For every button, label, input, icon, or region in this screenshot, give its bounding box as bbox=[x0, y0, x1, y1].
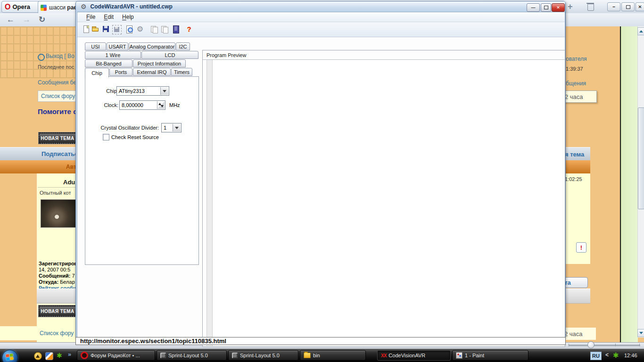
window-titlebar[interactable]: ⚙ CodeWizardAVR - untitled.cwp — ✕ bbox=[76, 1, 565, 12]
forward-icon[interactable]: → bbox=[23, 13, 31, 26]
divider bbox=[38, 187, 77, 188]
scroll-up-icon bbox=[639, 30, 643, 33]
tab-1wire[interactable]: 1 Wire bbox=[85, 51, 141, 59]
open-icon[interactable] bbox=[91, 25, 100, 33]
minimize-button[interactable]: — bbox=[527, 3, 540, 12]
back-icon[interactable]: ← bbox=[7, 13, 15, 26]
reset-source-label: Check Reset Source bbox=[111, 134, 159, 140]
taskbar-button-codevision[interactable]: XX CodeVisionAVR bbox=[377, 350, 451, 361]
tab-i2c[interactable]: I2C bbox=[176, 42, 190, 50]
new-tab-button[interactable]: + bbox=[568, 2, 573, 12]
scrollbar-thumb[interactable] bbox=[638, 107, 644, 209]
logout-icon bbox=[38, 54, 45, 61]
tab-external-irq[interactable]: External IRQ bbox=[133, 68, 171, 76]
codewizard-window: ⚙ CodeWizardAVR - untitled.cwp — ✕ File … bbox=[75, 1, 566, 337]
close-button[interactable]: ✕ bbox=[552, 3, 565, 12]
author-header-band: Авт bbox=[0, 160, 78, 173]
divider-dropdown-button[interactable] bbox=[173, 124, 181, 132]
forum-list-link-bottom[interactable]: Список фору bbox=[40, 330, 74, 337]
tab-usart[interactable]: USART bbox=[107, 42, 128, 50]
tab-timers[interactable]: Timers bbox=[171, 68, 192, 76]
trash-icon[interactable] bbox=[587, 4, 594, 11]
preview-icon[interactable] bbox=[125, 25, 134, 33]
preview-gutter[interactable] bbox=[206, 60, 213, 346]
notes-icon[interactable] bbox=[172, 25, 180, 33]
browser-minimize-button[interactable]: – bbox=[607, 2, 620, 11]
opera-menu-button[interactable]: O Opera bbox=[1, 1, 42, 13]
chip-combobox[interactable]: ATtiny2313 bbox=[116, 86, 169, 96]
tab-usi[interactable]: USI bbox=[85, 42, 106, 50]
tab-project-information[interactable]: Project Information bbox=[133, 59, 186, 67]
circuit-pattern-decoration bbox=[0, 26, 80, 78]
reset-source-checkbox[interactable] bbox=[103, 134, 109, 140]
menu-file[interactable]: File bbox=[83, 13, 99, 21]
chip-dropdown-button[interactable] bbox=[160, 87, 168, 95]
language-indicator[interactable]: RU bbox=[590, 352, 602, 360]
clock-value: 8,000000 bbox=[122, 102, 143, 108]
taskbar-button-paint[interactable]: 1 - Paint bbox=[452, 350, 528, 361]
tray-collapse-chevron[interactable]: < bbox=[605, 352, 609, 358]
opera-menu-label: Opera bbox=[12, 3, 30, 10]
save-icon[interactable] bbox=[102, 25, 110, 33]
tab-row-1: USI USART Analog Comparator I2C bbox=[85, 42, 190, 50]
taskbar-button-sprint2[interactable]: Sprint-Layout 5.0 bbox=[228, 350, 298, 361]
zoom-slider-knob[interactable] bbox=[587, 341, 594, 348]
topic-band-tail: я тема bbox=[565, 151, 584, 158]
opera-task-icon bbox=[81, 352, 88, 359]
browser-close-button[interactable]: ✕ bbox=[636, 2, 644, 11]
scrollbar-down-button[interactable] bbox=[637, 329, 644, 337]
menu-edit[interactable]: Edit bbox=[100, 13, 117, 21]
windows-logo-icon bbox=[6, 354, 14, 361]
save-as-icon[interactable] bbox=[112, 25, 122, 34]
quicklaunch-swoosh-icon[interactable] bbox=[45, 352, 53, 360]
divider-combobox[interactable]: 1 bbox=[161, 123, 182, 132]
folder-icon bbox=[304, 353, 311, 358]
reload-icon[interactable]: ↻ bbox=[39, 13, 45, 26]
paste-icon[interactable] bbox=[160, 25, 169, 33]
start-button[interactable] bbox=[2, 350, 18, 362]
copy-icon[interactable] bbox=[150, 25, 158, 33]
new-topic-button-top[interactable]: НОВАЯ ТЕМА bbox=[39, 132, 76, 144]
quicklaunch-icq-icon[interactable]: ✱ bbox=[57, 352, 64, 359]
taskbar-button-sprint1[interactable]: Sprint-Layout 5.0 bbox=[157, 350, 227, 361]
profile-link-tail[interactable]: ователя bbox=[566, 56, 586, 62]
tab-analog-comparator[interactable]: Analog Comparator bbox=[129, 42, 175, 50]
taskbar-button-bin[interactable]: bin bbox=[300, 350, 366, 361]
tab-lcd[interactable]: LCD bbox=[141, 51, 198, 59]
breadcrumb: Список фору bbox=[38, 90, 79, 102]
new-topic-button-bottom[interactable]: НОВАЯ ТЕМА bbox=[39, 305, 76, 317]
sprint-task-icon bbox=[160, 353, 166, 358]
divider-label: Crystal Oscillator Divider: bbox=[89, 125, 159, 131]
menu-help[interactable]: Help bbox=[119, 13, 137, 21]
scrollbar-up-button[interactable] bbox=[637, 27, 644, 35]
quicklaunch-gold-icon[interactable] bbox=[34, 352, 42, 360]
forum-list-link-top[interactable]: Список фору bbox=[41, 93, 75, 99]
zoom-slider-track[interactable] bbox=[569, 345, 640, 347]
chevron-down-icon bbox=[163, 90, 166, 92]
scroll-down-icon bbox=[639, 332, 643, 334]
messages-row: Сообщений: 7 bbox=[39, 273, 75, 279]
unanswered-link[interactable]: Сообщения бе bbox=[38, 79, 76, 86]
toolbar: ⚙ ? bbox=[77, 22, 565, 37]
registered-label: Зарегистриров bbox=[39, 261, 77, 266]
tab-ports[interactable]: Ports bbox=[109, 68, 132, 76]
maximize-button[interactable] bbox=[541, 3, 551, 12]
browser-restore-button[interactable] bbox=[621, 2, 635, 11]
chip-tab-page: Chip: ATtiny2313 Clock: 8,000000 MHz Cry… bbox=[85, 76, 199, 265]
generate-gear-icon[interactable]: ⚙ bbox=[136, 25, 144, 33]
clock-spinner[interactable] bbox=[157, 101, 165, 109]
clock-spin-field[interactable]: 8,000000 bbox=[119, 100, 165, 110]
logout-link[interactable]: Выход [ Во bbox=[46, 53, 74, 59]
new-file-icon[interactable] bbox=[82, 25, 91, 33]
tray-icq-icon[interactable]: ✱ bbox=[613, 351, 619, 360]
taskbar-button-opera[interactable]: Форум РадиоКот • ... bbox=[77, 350, 155, 361]
clock[interactable]: 12:46 bbox=[624, 353, 637, 358]
messages-link-tail[interactable]: бщения bbox=[566, 80, 586, 87]
help-icon[interactable]: ? bbox=[185, 25, 193, 33]
program-preview-caption: Program Preview bbox=[203, 50, 565, 60]
tab-chip[interactable]: Chip bbox=[85, 68, 109, 77]
tab-bit-banged[interactable]: Bit-Banged bbox=[85, 59, 132, 67]
sprint-task-icon bbox=[232, 353, 238, 358]
quicklaunch-overflow-chevron[interactable]: » bbox=[68, 351, 71, 358]
exclamation-icon: ! bbox=[576, 242, 586, 253]
